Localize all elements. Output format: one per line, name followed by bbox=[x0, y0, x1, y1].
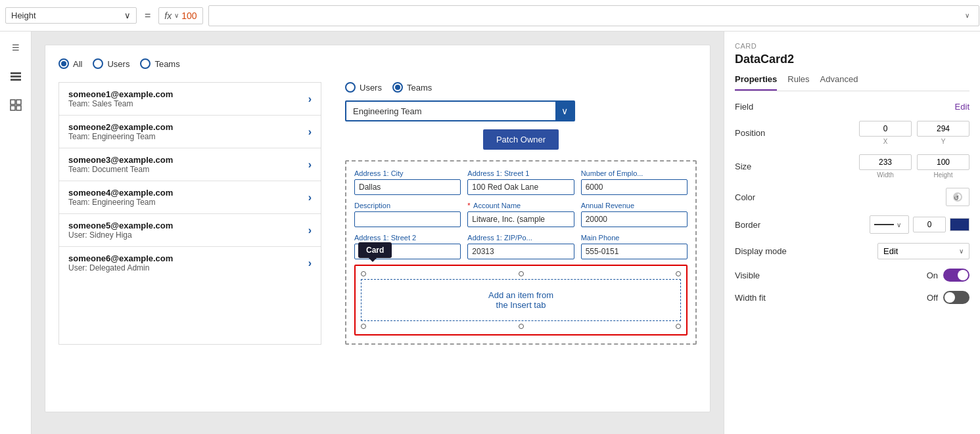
svg-rect-2 bbox=[11, 79, 21, 81]
hamburger-icon[interactable]: ☰ bbox=[8, 39, 24, 55]
field-zip-input[interactable] bbox=[467, 244, 574, 259]
field-city-input[interactable] bbox=[354, 179, 461, 195]
radio-users-panel-label: Users bbox=[360, 83, 382, 93]
svg-rect-3 bbox=[11, 100, 15, 104]
handle-dot-bl[interactable] bbox=[361, 324, 366, 329]
field-account: * Account Name bbox=[467, 202, 574, 227]
team-dropdown-value: Engineering Team bbox=[353, 106, 422, 116]
prop-size-height-label: Height bbox=[934, 171, 953, 179]
border-style-chevron: ∨ bbox=[897, 221, 901, 228]
user-team-3: Team: Document Team bbox=[68, 165, 173, 174]
prop-display-mode-label: Display mode bbox=[735, 246, 787, 256]
prop-visible-on-label: On bbox=[927, 271, 938, 280]
list-item[interactable]: someone4@example.com Team: Engineering T… bbox=[59, 181, 321, 214]
user-team-4: Team: Engineering Team bbox=[68, 198, 173, 207]
field-phone-input[interactable] bbox=[581, 244, 688, 259]
form-grid: Address 1: City Address 1: Street 1 Numb… bbox=[354, 169, 688, 227]
team-dropdown[interactable]: Engineering Team ∨ bbox=[345, 100, 575, 121]
prop-border-group: ∨ bbox=[870, 215, 969, 234]
prop-field-label: Field bbox=[735, 102, 753, 112]
prop-size-height[interactable] bbox=[917, 154, 969, 170]
layers-icon[interactable] bbox=[8, 68, 24, 84]
user-info-6: someone6@example.com User: Delegated Adm… bbox=[68, 253, 173, 272]
radio-users-panel[interactable]: Users bbox=[345, 82, 382, 93]
prop-edit-link[interactable]: Edit bbox=[955, 102, 969, 112]
prop-border-value[interactable] bbox=[913, 217, 946, 232]
prop-size-row: Size Width Height bbox=[735, 154, 969, 179]
prop-position-x[interactable] bbox=[859, 121, 912, 137]
patch-owner-button[interactable]: Patch Owner bbox=[483, 129, 559, 150]
radio-all-circle bbox=[58, 58, 69, 69]
sidebar-icons: ☰ bbox=[0, 32, 32, 434]
field-employees-label: Number of Emplo... bbox=[581, 169, 688, 177]
handle-dot-tl[interactable] bbox=[361, 271, 366, 276]
prop-widthfit-toggle-group: Off bbox=[927, 291, 969, 304]
user-team-6: User: Delegated Admin bbox=[68, 263, 173, 272]
formula-bar[interactable]: fx ∨ 100 bbox=[158, 7, 202, 24]
right-panel: Users Teams Engineering Team ∨ bbox=[345, 82, 697, 345]
radio-teams[interactable]: Teams bbox=[140, 58, 179, 69]
list-item[interactable]: someone2@example.com Team: Engineering T… bbox=[59, 116, 321, 148]
field-revenue-input[interactable] bbox=[581, 211, 688, 227]
tab-advanced[interactable]: Advanced bbox=[820, 74, 858, 91]
teams-radio-group: Users Teams bbox=[345, 82, 697, 93]
radio-users[interactable]: Users bbox=[93, 58, 129, 69]
user-chevron-2: › bbox=[308, 126, 312, 138]
prop-widthfit-toggle[interactable] bbox=[943, 291, 969, 304]
field-revenue: Annual Revenue bbox=[581, 202, 688, 227]
list-item[interactable]: someone5@example.com User: Sidney Higa › bbox=[59, 214, 321, 247]
grid-icon[interactable] bbox=[8, 97, 24, 113]
card-tooltip: Card bbox=[358, 242, 392, 258]
field-street1: Address 1: Street 1 bbox=[467, 169, 574, 195]
field-city-label: Address 1: City bbox=[354, 169, 461, 177]
prop-card-label: CARD bbox=[735, 42, 969, 50]
top-bar: Height ∨ = fx ∨ 100 ∨ bbox=[0, 0, 980, 32]
list-item[interactable]: someone6@example.com User: Delegated Adm… bbox=[59, 247, 321, 279]
list-item[interactable]: someone1@example.com Team: Sales Team › bbox=[59, 83, 321, 116]
field-account-input[interactable] bbox=[467, 211, 574, 227]
prop-field-row: Field Edit bbox=[735, 102, 969, 112]
user-email-1: someone1@example.com bbox=[68, 89, 173, 99]
prop-widthfit-row: Width fit Off bbox=[735, 291, 969, 304]
field-revenue-label: Annual Revenue bbox=[581, 202, 688, 209]
fx-value: 100 bbox=[181, 11, 197, 21]
height-selector[interactable]: Height ∨ bbox=[5, 7, 137, 24]
tab-rules[interactable]: Rules bbox=[787, 74, 809, 91]
prop-size-width[interactable] bbox=[859, 154, 912, 170]
prop-border-label: Border bbox=[735, 220, 760, 230]
handle-dot-bc[interactable] bbox=[519, 324, 524, 329]
field-street1-input[interactable] bbox=[467, 179, 574, 195]
prop-border-style[interactable]: ∨ bbox=[870, 215, 909, 234]
user-team-2: Team: Engineering Team bbox=[68, 132, 173, 141]
radio-users-label: Users bbox=[107, 59, 129, 69]
user-team-5: User: Sidney Higa bbox=[68, 230, 173, 240]
prop-position-y[interactable] bbox=[917, 121, 969, 137]
radio-users-circle bbox=[93, 58, 103, 69]
prop-visible-label: Visible bbox=[735, 271, 760, 280]
prop-visible-toggle[interactable] bbox=[943, 269, 969, 282]
field-description-input[interactable] bbox=[354, 211, 461, 227]
prop-color-btn[interactable]: ↺ bbox=[946, 188, 969, 206]
field-zip-label: Address 1: ZIP/Po... bbox=[467, 234, 574, 242]
radio-all[interactable]: All bbox=[58, 58, 82, 69]
formula-input[interactable] bbox=[208, 5, 979, 26]
radio-teams-panel[interactable]: Teams bbox=[392, 82, 432, 93]
prop-position-y-group: Y bbox=[917, 121, 969, 145]
handle-dot-tc[interactable] bbox=[519, 271, 524, 276]
list-item[interactable]: someone3@example.com Team: Document Team… bbox=[59, 148, 321, 181]
handle-dot-tr[interactable] bbox=[676, 271, 681, 276]
field-employees-input[interactable] bbox=[581, 179, 688, 195]
user-email-3: someone3@example.com bbox=[68, 155, 173, 165]
field-street1-label: Address 1: Street 1 bbox=[467, 169, 574, 177]
card-selected-area[interactable]: Card Add an item fromthe Insert bbox=[354, 265, 688, 336]
prop-position-x-group: X bbox=[859, 121, 912, 145]
fx-icon: fx bbox=[164, 11, 172, 21]
team-dropdown-btn[interactable]: ∨ bbox=[555, 102, 574, 120]
team-dropdown-row: Engineering Team ∨ bbox=[345, 100, 697, 121]
prop-display-mode-dropdown[interactable]: Edit ∨ bbox=[877, 243, 969, 259]
canvas-area: All Users Teams someone1@example.co bbox=[32, 32, 724, 434]
prop-widthfit-off-label: Off bbox=[927, 293, 938, 303]
handle-dot-br[interactable] bbox=[676, 324, 681, 329]
prop-border-color-swatch[interactable] bbox=[950, 218, 969, 231]
tab-properties[interactable]: Properties bbox=[735, 74, 777, 91]
